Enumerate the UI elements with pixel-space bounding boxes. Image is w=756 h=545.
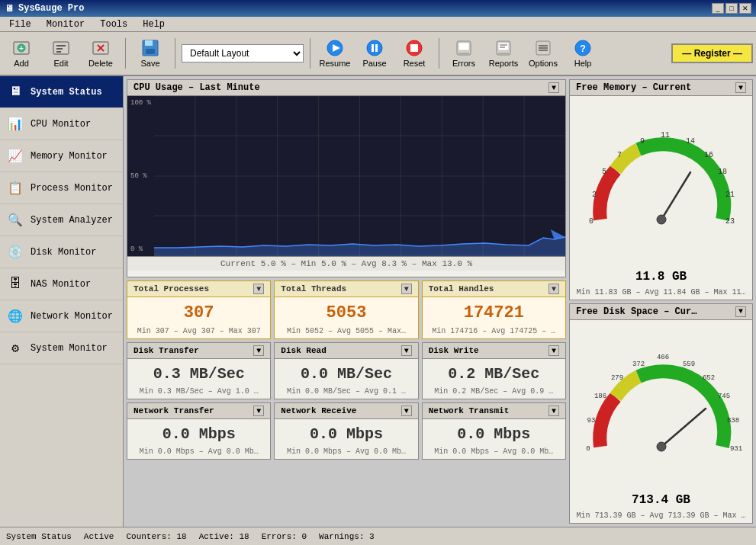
disk-monitor-icon: 💿 [6,243,24,261]
app-title: SysGauge Pro [18,3,84,14]
disk-read-title: Disk Read [281,346,326,355]
disk-write-dropdown[interactable]: ▼ [549,345,559,356]
svg-text:7: 7 [616,151,621,159]
save-button[interactable]: Save [132,34,169,72]
sidebar-item-cpu-monitor[interactable]: 📊 CPU Monitor [0,108,123,140]
sidebar-item-network-monitor[interactable]: 🌐 Network Monitor [0,300,123,332]
sidebar-item-system-status[interactable]: 🖥 System Status [0,76,123,108]
transfer-row-2: Network Transfer ▼ 0.0 Mbps Min 0.0 Mbps… [127,402,566,460]
disk-transfer-footer: Min 0.3 MB/Sec – Avg 1.0 … [127,386,270,399]
help-button[interactable]: ? Help [565,34,601,72]
add-button[interactable]: + Add [3,34,40,72]
minimize-button[interactable]: _ [712,3,724,14]
stat-processes-dropdown[interactable]: ▼ [253,284,264,294]
disk-transfer-title: Disk Transfer [134,346,199,355]
reports-button[interactable]: Reports [485,34,522,72]
layout-select[interactable]: Default Layout [182,44,304,63]
reports-label: Reports [489,59,519,68]
disk-transfer-value: 0.3 MB/Sec [127,359,270,386]
pause-button[interactable]: Pause [356,34,393,72]
errors-icon [455,39,473,57]
pause-label: Pause [362,59,386,68]
errors-button[interactable]: Errors [446,34,482,72]
net-transfer-title: Network Transfer [134,406,214,415]
status-errors: Errors: 0 [262,532,307,541]
svg-text:466: 466 [656,354,668,361]
svg-rect-16 [372,44,374,52]
free-disk-gauge-area: 0 93 186 279 372 466 559 652 745 838 931 [570,320,752,491]
sidebar-item-process-monitor[interactable]: 📋 Process Monitor [0,172,123,204]
sidebar: 🖥 System Status 📊 CPU Monitor 📈 Memory M… [0,76,124,527]
network-monitor-icon: 🌐 [6,307,24,325]
free-memory-footer: Min 11.83 GB – Avg 11.84 GB – Max 11… [570,287,752,300]
sidebar-label-system-analyzer: System Analyzer [31,215,113,226]
delete-button[interactable]: Delete [82,34,119,72]
edit-button[interactable]: Edit [43,34,79,72]
stat-threads-dropdown[interactable]: ▼ [401,284,412,294]
options-button[interactable]: Options [525,34,561,72]
memory-monitor-icon: 📈 [6,147,24,165]
disk-write-value: 0.2 MB/Sec [423,359,565,386]
svg-text:21: 21 [725,191,734,199]
free-disk-dropdown[interactable]: ▼ [735,306,746,317]
system-status-icon: 🖥 [6,83,24,101]
maximize-button[interactable]: □ [725,3,738,14]
stat-card-threads-title: Total Threads [281,284,346,293]
toolbar-sep-4 [439,38,439,69]
transfer-card-net-transmit: Network Transmit ▼ 0.0 Mbps Min 0.0 Mbps… [422,402,566,460]
free-disk-value: 713.4 GB [570,490,752,510]
sidebar-item-disk-monitor[interactable]: 💿 Disk Monitor [0,236,123,268]
sidebar-item-system-monitor[interactable]: ⚙ System Monitor [0,332,123,364]
stat-card-processes-title: Total Processes [134,284,209,293]
free-disk-header: Free Disk Space – Cur… ▼ [570,304,752,320]
stat-card-processes-value: 307 [127,297,270,325]
toolbar: + Add Edit Delete Save Default Layout Re… [0,32,756,76]
stat-card-processes-footer: Min 307 – Avg 307 – Max 307 [127,325,270,338]
svg-point-74 [657,442,666,451]
stat-card-threads-value: 5053 [275,297,417,325]
svg-text:745: 745 [717,393,729,400]
add-label: Add [14,59,29,68]
transfer-card-disk-transfer: Disk Transfer ▼ 0.3 MB/Sec Min 0.3 MB/Se… [127,342,271,399]
sidebar-item-system-analyzer[interactable]: 🔍 System Analyzer [0,204,123,236]
svg-text:9: 9 [639,137,644,146]
sidebar-item-nas-monitor[interactable]: 🗄 NAS Monitor [0,268,123,300]
reset-icon [405,39,423,57]
free-memory-dropdown[interactable]: ▼ [735,82,746,93]
status-warnings: Warnings: 3 [319,532,375,541]
menu-tools[interactable]: Tools [94,18,134,31]
transfer-card-disk-transfer-header: Disk Transfer ▼ [127,343,270,359]
net-transmit-dropdown[interactable]: ▼ [549,406,559,416]
stat-handles-dropdown[interactable]: ▼ [549,284,559,294]
svg-text:?: ? [580,43,586,54]
net-transfer-dropdown[interactable]: ▼ [253,406,264,416]
errors-label: Errors [452,59,475,68]
reset-button[interactable]: Reset [396,34,433,72]
edit-icon [52,39,70,57]
right-panels: Free Memory – Current ▼ 0 [569,76,756,527]
help-icon: ? [574,39,592,57]
add-icon: + [12,39,31,57]
transfer-card-disk-read-header: Disk Read ▼ [275,343,417,359]
cpu-chart-dropdown[interactable]: ▼ [549,82,559,93]
sidebar-item-memory-monitor[interactable]: 📈 Memory Monitor [0,140,123,172]
svg-text:11: 11 [660,131,669,139]
close-button[interactable]: ✕ [739,3,751,14]
title-bar: 🖥 SysGauge Pro _ □ ✕ [0,0,756,17]
net-transmit-title: Network Transmit [429,406,510,415]
menu-help[interactable]: Help [137,18,171,31]
net-receive-dropdown[interactable]: ▼ [401,406,412,416]
net-transmit-value: 0.0 Mbps [423,419,565,446]
register-button[interactable]: — Register — [671,43,753,63]
svg-text:279: 279 [610,374,622,382]
menu-monitor[interactable]: Monitor [40,18,91,31]
disk-transfer-dropdown[interactable]: ▼ [253,345,264,356]
status-active: Active [84,532,114,541]
transfer-card-net-receive: Network Receive ▼ 0.0 Mbps Min 0.0 Mbps … [274,402,418,460]
menu-file[interactable]: File [3,18,37,31]
disk-read-dropdown[interactable]: ▼ [401,345,412,356]
svg-line-60 [661,172,690,220]
resume-button[interactable]: Resume [317,34,353,72]
svg-line-73 [661,409,706,447]
cpu-monitor-icon: 📊 [6,115,24,133]
